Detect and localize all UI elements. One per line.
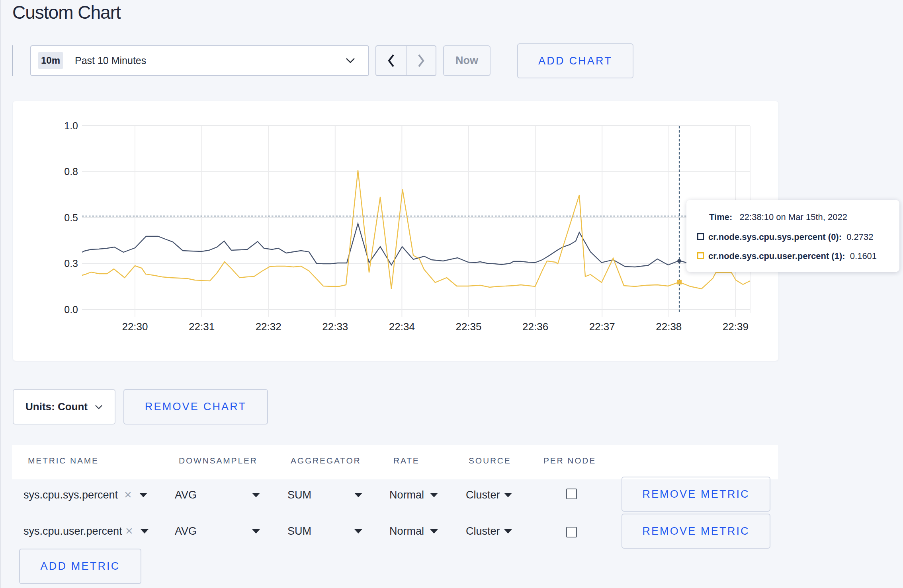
svg-text:22:39: 22:39 xyxy=(723,321,749,333)
svg-text:1.0: 1.0 xyxy=(64,120,78,131)
svg-text:22:38: 22:38 xyxy=(656,321,682,333)
svg-text:22:37: 22:37 xyxy=(589,321,615,333)
svg-text:22:34: 22:34 xyxy=(389,321,415,333)
svg-text:0.5: 0.5 xyxy=(64,212,78,223)
svg-text:0.8: 0.8 xyxy=(64,166,78,177)
svg-text:22:36: 22:36 xyxy=(522,321,548,333)
svg-text:22:30: 22:30 xyxy=(122,321,148,333)
svg-text:22:31: 22:31 xyxy=(189,321,215,333)
svg-text:22:32: 22:32 xyxy=(256,321,281,333)
svg-text:22:33: 22:33 xyxy=(322,321,348,333)
svg-text:22:35: 22:35 xyxy=(455,321,481,333)
svg-text:0.3: 0.3 xyxy=(64,258,78,269)
svg-text:0.0: 0.0 xyxy=(64,304,78,315)
